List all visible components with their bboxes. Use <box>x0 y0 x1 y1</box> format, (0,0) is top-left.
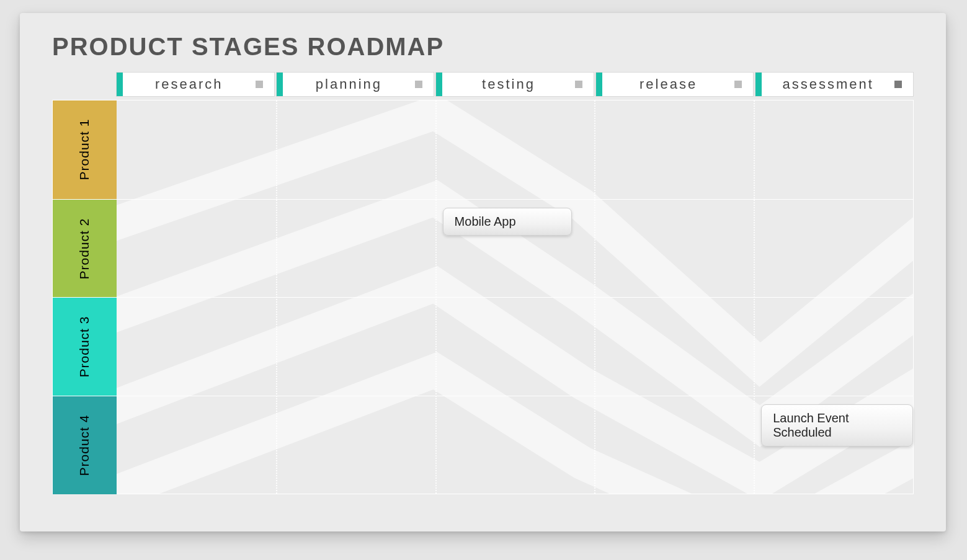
product-label: Product 4 <box>53 396 117 495</box>
stage-header: release <box>595 72 754 97</box>
stage-header: testing <box>435 72 594 97</box>
stage-header: assessment <box>755 72 914 97</box>
stage-label: assessment <box>762 76 894 92</box>
stage-divider <box>276 100 277 494</box>
product-row: Product 1 <box>53 100 913 199</box>
stage-label: research <box>123 76 256 92</box>
stage-divider <box>435 100 437 494</box>
callout-text: Mobile App <box>455 215 516 228</box>
stage-accent-bar <box>117 73 123 96</box>
stage-marker-icon <box>415 81 422 88</box>
stage-accent-bar <box>596 73 602 96</box>
callout[interactable]: Launch Event Scheduled <box>761 404 913 447</box>
stage-marker-icon <box>256 81 263 88</box>
stage-accent-bar <box>755 73 762 96</box>
stage-marker-icon <box>894 81 902 88</box>
roadmap-card: PRODUCT STAGES ROADMAP research planning… <box>20 13 946 531</box>
product-row: Product 3 <box>53 297 913 396</box>
product-label: Product 3 <box>53 298 117 396</box>
stage-header-row: research planning testing release assess <box>116 72 914 97</box>
stage-header: research <box>116 72 275 97</box>
product-label: Product 1 <box>53 100 117 199</box>
callout[interactable]: Mobile App <box>443 208 572 236</box>
product-label: Product 2 <box>53 200 117 298</box>
stage-divider <box>754 100 755 494</box>
roadmap-grid: Product 1 Product 2 Product 3 Product 4 <box>52 100 914 494</box>
stage-header: planning <box>276 72 435 97</box>
stage-label: release <box>602 76 735 92</box>
stage-label: testing <box>442 76 575 92</box>
callout-text: Launch Event Scheduled <box>773 411 849 439</box>
stage-label: planning <box>283 76 416 92</box>
stage-accent-bar <box>436 73 442 96</box>
stage-divider <box>594 100 595 494</box>
page-title: PRODUCT STAGES ROADMAP <box>52 33 444 61</box>
stage-marker-icon <box>734 81 742 88</box>
stage-marker-icon <box>575 81 582 88</box>
stage-accent-bar <box>277 73 283 96</box>
